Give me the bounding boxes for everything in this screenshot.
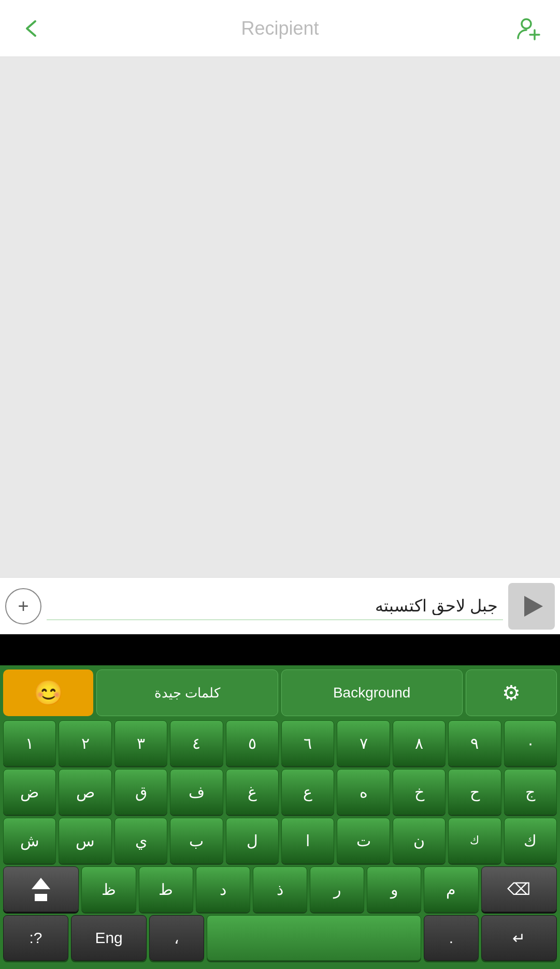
send-icon [524, 596, 543, 617]
key-fa[interactable]: ف [170, 769, 223, 815]
key-kaf[interactable]: ك [504, 818, 557, 863]
key-dal[interactable]: د [196, 866, 250, 912]
keyboard-toolbar-row: 😊 كلمات جيدة Background ⚙ [3, 669, 557, 716]
background-label: Background [333, 685, 410, 701]
good-words-label: كلمات جيدة [154, 685, 220, 701]
emoji-button[interactable]: 😊 [3, 669, 93, 716]
add-attachment-button[interactable]: + [5, 588, 41, 624]
settings-button[interactable]: ⚙ [466, 669, 557, 716]
key-0[interactable]: ٠ [504, 720, 557, 766]
key-8[interactable]: ٨ [393, 720, 446, 766]
keyboard-row-3: ظ ط د ذ ر و م ⌫ [3, 866, 557, 912]
input-bar: + [0, 577, 560, 634]
key-ha-small[interactable]: ه [337, 769, 390, 815]
punctuation-button[interactable]: :? [3, 915, 68, 961]
arabic-comma-button[interactable]: ، [149, 915, 204, 961]
message-input[interactable] [52, 596, 498, 615]
key-sad[interactable]: ص [59, 769, 111, 815]
keyboard-row-1: ض ص ق ف غ ع ه خ ح ج [3, 769, 557, 815]
gear-icon: ⚙ [502, 681, 521, 705]
back-button[interactable] [16, 13, 47, 44]
emoji-icon: 😊 [34, 679, 63, 707]
keyboard-numbers-row: ١ ٢ ٣ ٤ ٥ ٦ ٧ ٨ ٩ ٠ [3, 720, 557, 766]
svg-point-0 [522, 19, 531, 28]
message-area [0, 57, 560, 577]
key-dad[interactable]: ض [3, 769, 56, 815]
keyboard-container: 😊 كلمات جيدة Background ⚙ ١ ٢ ٣ ٤ ٥ ٦ ٧ … [0, 665, 560, 969]
key-waw[interactable]: و [367, 866, 421, 912]
key-thal[interactable]: ذ [253, 866, 307, 912]
key-jeem[interactable]: ج [504, 769, 557, 815]
key-kaf-small[interactable]: ك [448, 818, 501, 863]
key-4[interactable]: ٤ [170, 720, 223, 766]
key-tha[interactable]: ط [139, 866, 193, 912]
key-ra[interactable]: ر [310, 866, 364, 912]
keyboard-row-2: ش س ي ب ل ا ت ن ك ك [3, 818, 557, 863]
key-ya[interactable]: ي [114, 818, 167, 863]
header-title: Recipient [47, 18, 513, 39]
header: Recipient [0, 0, 560, 57]
key-ha[interactable]: ح [448, 769, 501, 815]
key-qaf[interactable]: ق [114, 769, 167, 815]
keyboard-area: 😊 كلمات جيدة Background ⚙ ١ ٢ ٣ ٤ ٥ ٦ ٧ … [0, 634, 560, 969]
key-ba[interactable]: ب [170, 818, 223, 863]
shift-button[interactable] [3, 866, 79, 912]
keyboard-bottom-row: :? Eng ، . ↵ [3, 915, 557, 961]
send-button[interactable] [508, 583, 555, 630]
key-kha[interactable]: خ [393, 769, 446, 815]
key-ta[interactable]: ت [337, 818, 390, 863]
key-7[interactable]: ٧ [337, 720, 390, 766]
eng-label: Eng [95, 929, 122, 947]
enter-icon: ↵ [512, 929, 525, 947]
enter-button[interactable]: ↵ [481, 915, 557, 961]
punctuation-label: :? [29, 929, 42, 947]
period-label: . [449, 929, 453, 947]
backspace-button[interactable]: ⌫ [481, 866, 557, 912]
arabic-comma-icon: ، [174, 929, 179, 947]
backspace-icon: ⌫ [507, 879, 530, 899]
key-3[interactable]: ٣ [114, 720, 167, 766]
key-1[interactable]: ١ [3, 720, 56, 766]
key-seen[interactable]: س [59, 818, 111, 863]
key-2[interactable]: ٢ [59, 720, 111, 766]
period-button[interactable]: . [424, 915, 478, 961]
key-meem[interactable]: م [424, 866, 478, 912]
space-button[interactable] [207, 915, 422, 961]
key-5[interactable]: ٥ [226, 720, 279, 766]
key-6[interactable]: ٦ [281, 720, 334, 766]
text-input-wrapper [47, 592, 503, 620]
eng-button[interactable]: Eng [71, 915, 147, 961]
background-button[interactable]: Background [281, 669, 463, 716]
key-ghain[interactable]: غ [226, 769, 279, 815]
key-zha[interactable]: ظ [81, 866, 136, 912]
keyboard-black-strip [0, 634, 560, 665]
add-person-button[interactable] [513, 13, 544, 44]
key-alef[interactable]: ا [281, 818, 334, 863]
key-noon[interactable]: ن [393, 818, 446, 863]
good-words-button[interactable]: كلمات جيدة [96, 669, 278, 716]
shift-icon [32, 877, 50, 901]
key-9[interactable]: ٩ [448, 720, 501, 766]
key-shin[interactable]: ش [3, 818, 56, 863]
key-lam[interactable]: ل [226, 818, 279, 863]
plus-icon: + [18, 595, 28, 617]
key-ain[interactable]: ع [281, 769, 334, 815]
